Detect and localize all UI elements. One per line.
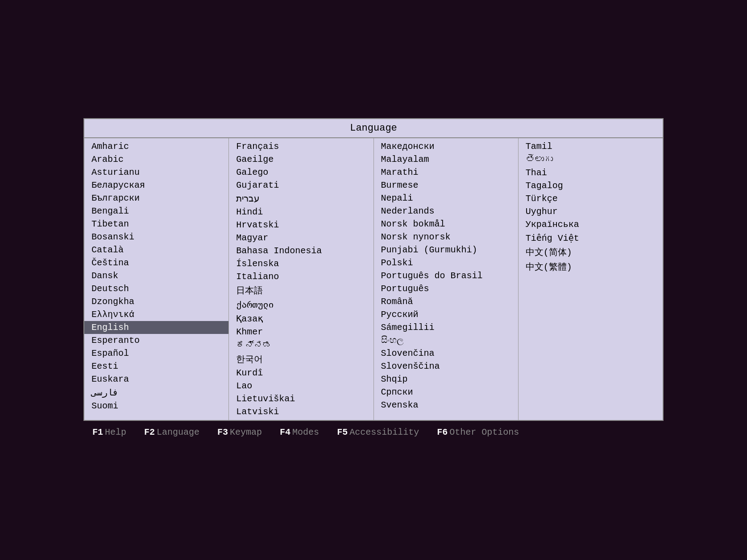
language-item[interactable]: Gujarati — [229, 179, 373, 192]
language-item[interactable]: Српски — [374, 386, 518, 399]
language-item[interactable]: Malayalam — [374, 153, 518, 166]
language-item[interactable]: Македонски — [374, 140, 518, 153]
language-item[interactable]: Hrvatski — [229, 218, 373, 231]
panel-header: Language — [84, 119, 663, 138]
language-item[interactable]: Eesti — [84, 360, 228, 373]
language-item[interactable]: Español — [84, 347, 228, 360]
language-item[interactable]: Magyar — [229, 231, 373, 244]
language-item[interactable]: Uyghur — [519, 205, 663, 218]
language-item[interactable]: Gaeilge — [229, 153, 373, 166]
language-item[interactable]: فارسی — [84, 386, 228, 399]
language-item[interactable]: Amharic — [84, 140, 228, 153]
language-item[interactable]: Slovenčina — [374, 347, 518, 360]
footer-label-f3: Keymap — [230, 427, 262, 437]
footer-label-f2: Language — [157, 427, 199, 437]
language-column-3: TamilతెలుగుThaiTagalogTürkçeUyghurУкраїн… — [519, 138, 663, 420]
footer-item-f4[interactable]: F4Modes — [280, 427, 319, 437]
language-item[interactable]: Latviski — [229, 405, 373, 418]
footer-key-f6: F6 — [437, 427, 448, 437]
footer-item-f6[interactable]: F6Other Options — [437, 427, 519, 437]
footer-key-f3: F3 — [217, 427, 228, 437]
footer-item-f1[interactable]: F1Help — [92, 427, 126, 437]
language-item[interactable]: Thai — [519, 166, 663, 179]
language-item[interactable]: Svenska — [374, 399, 518, 412]
language-item[interactable]: Dzongkha — [84, 295, 228, 308]
language-item[interactable]: Ελληνικά — [84, 308, 228, 321]
language-item[interactable]: Tiếng Việt — [519, 231, 663, 245]
language-item[interactable]: සිංහල — [374, 334, 518, 347]
language-item[interactable]: ქართული — [229, 298, 373, 312]
footer-key-f4: F4 — [280, 427, 290, 437]
language-item[interactable]: Marathi — [374, 166, 518, 179]
language-item[interactable]: 中文(简体) — [519, 245, 663, 259]
language-item[interactable]: Asturianu — [84, 166, 228, 179]
language-column-2: МакедонскиMalayalamMarathiBurmeseNepaliN… — [374, 138, 519, 420]
footer-item-f3[interactable]: F3Keymap — [217, 427, 262, 437]
language-item[interactable]: Suomi — [84, 399, 228, 412]
footer-label-f5: Accessibility — [349, 427, 419, 437]
footer-label-f4: Modes — [292, 427, 319, 437]
language-item[interactable]: Norsk nynorsk — [374, 231, 518, 243]
language-item[interactable]: Hindi — [229, 206, 373, 218]
language-item[interactable]: Tibetan — [84, 218, 228, 231]
language-item[interactable]: Tamil — [519, 140, 663, 153]
language-column-0: AmharicArabicAsturianuБеларускаяБългарск… — [84, 138, 229, 420]
language-item[interactable]: ಕನ್ನಡ — [229, 338, 373, 352]
language-item[interactable]: తెలుగు — [519, 153, 663, 166]
language-item[interactable]: Русский — [374, 308, 518, 321]
language-item[interactable]: Português do Brasil — [374, 269, 518, 282]
language-item[interactable]: 中文(繁體) — [519, 259, 663, 274]
language-item[interactable]: Khmer — [229, 325, 373, 338]
footer-label-f1: Help — [105, 427, 126, 437]
language-item[interactable]: Slovenščina — [374, 360, 518, 373]
language-item[interactable]: Italiano — [229, 270, 373, 283]
language-item[interactable]: Bahasa Indonesia — [229, 244, 373, 257]
language-item[interactable]: Arabic — [84, 153, 228, 166]
footer-item-f5[interactable]: F5Accessibility — [337, 427, 419, 437]
language-item[interactable]: Bosanski — [84, 231, 228, 243]
main-container: Language AmharicArabicAsturianuБеларуска… — [83, 118, 664, 442]
footer-item-f2[interactable]: F2Language — [144, 427, 199, 437]
language-item[interactable]: 日本語 — [229, 283, 373, 298]
language-item[interactable]: Українська — [519, 218, 663, 231]
language-item[interactable]: Français — [229, 140, 373, 153]
language-item[interactable]: Esperanto — [84, 334, 228, 347]
language-item[interactable]: Català — [84, 243, 228, 256]
language-item[interactable]: Galego — [229, 166, 373, 179]
language-item[interactable]: Tagalog — [519, 179, 663, 192]
language-item[interactable]: Nederlands — [374, 205, 518, 218]
language-column-1: FrançaisGaeilgeGalegoGujaratiעבריתHindiH… — [229, 138, 374, 420]
language-item[interactable]: Sámegillii — [374, 321, 518, 334]
footer-key-f1: F1 — [92, 427, 103, 437]
footer-bar: F1HelpF2LanguageF3KeymapF4ModesF5Accessi… — [83, 423, 664, 442]
language-item[interactable]: Kurdî — [229, 366, 373, 379]
language-item[interactable]: עברית — [229, 192, 373, 206]
language-item[interactable]: 한국어 — [229, 352, 373, 366]
language-item[interactable]: Norsk bokmål — [374, 218, 518, 231]
language-item[interactable]: Português — [374, 282, 518, 295]
language-item[interactable]: Беларуская — [84, 179, 228, 192]
language-item[interactable]: Lietuviškai — [229, 392, 373, 405]
footer-key-f5: F5 — [337, 427, 348, 437]
footer-label-f6: Other Options — [449, 427, 519, 437]
language-item[interactable]: Euskara — [84, 373, 228, 386]
language-item[interactable]: English — [84, 321, 228, 334]
language-item[interactable]: Deutsch — [84, 282, 228, 295]
language-panel: Language AmharicArabicAsturianuБеларуска… — [83, 118, 664, 421]
language-item[interactable]: Shqip — [374, 373, 518, 386]
language-item[interactable]: Polski — [374, 256, 518, 269]
language-item[interactable]: Burmese — [374, 179, 518, 192]
language-item[interactable]: Bengali — [84, 205, 228, 218]
footer-key-f2: F2 — [144, 427, 155, 437]
language-item[interactable]: Български — [84, 192, 228, 205]
language-item[interactable]: Íslenska — [229, 257, 373, 270]
language-item[interactable]: Lao — [229, 379, 373, 392]
panel-title: Language — [350, 123, 397, 134]
language-item[interactable]: Punjabi (Gurmukhi) — [374, 243, 518, 256]
language-item[interactable]: Čeština — [84, 256, 228, 269]
language-item[interactable]: Қазақ — [229, 312, 373, 325]
language-item[interactable]: Dansk — [84, 269, 228, 282]
language-item[interactable]: Română — [374, 295, 518, 308]
language-item[interactable]: Türkçe — [519, 192, 663, 205]
language-item[interactable]: Nepali — [374, 192, 518, 205]
